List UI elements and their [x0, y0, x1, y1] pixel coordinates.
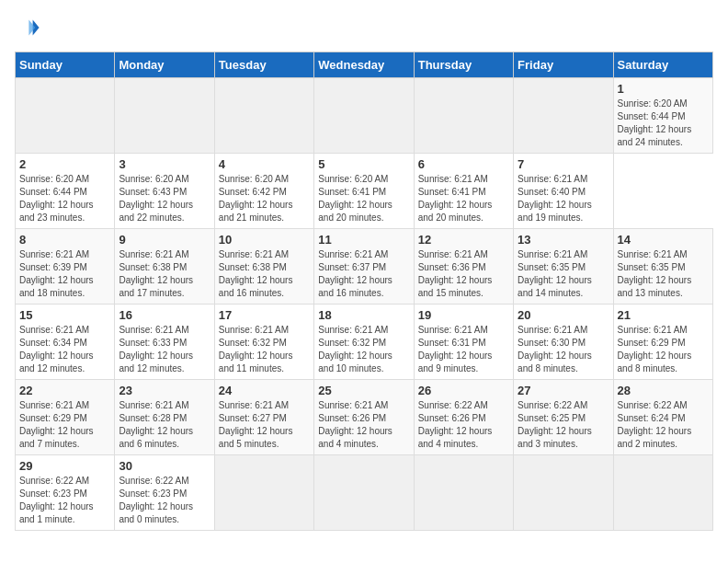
day-cell-3: 3Sunrise: 6:20 AMSunset: 6:43 PMDaylight…: [115, 154, 214, 229]
day-cell-26: 26Sunrise: 6:22 AMSunset: 6:26 PMDayligh…: [414, 380, 513, 455]
week-row-2: 8Sunrise: 6:21 AMSunset: 6:39 PMDaylight…: [16, 229, 713, 304]
day-cell-9: 9Sunrise: 6:21 AMSunset: 6:38 PMDaylight…: [115, 229, 214, 304]
empty-cell: [514, 78, 613, 154]
day-cell-12: 12Sunrise: 6:21 AMSunset: 6:36 PMDayligh…: [414, 229, 513, 304]
empty-cell: [314, 78, 414, 154]
day-cell-1: 1Sunrise: 6:20 AMSunset: 6:44 PMDaylight…: [613, 78, 712, 154]
day-cell-20: 20Sunrise: 6:21 AMSunset: 6:30 PMDayligh…: [514, 304, 613, 380]
calendar-table: SundayMondayTuesdayWednesdayThursdayFrid…: [15, 52, 713, 531]
header: [15, 15, 713, 40]
empty-cell: [314, 455, 414, 531]
day-cell-13: 13Sunrise: 6:21 AMSunset: 6:35 PMDayligh…: [514, 229, 613, 304]
header-cell-saturday: Saturday: [613, 52, 712, 78]
day-cell-23: 23Sunrise: 6:21 AMSunset: 6:28 PMDayligh…: [115, 380, 214, 455]
empty-cell: [214, 455, 313, 531]
day-cell-6: 6Sunrise: 6:21 AMSunset: 6:41 PMDaylight…: [414, 154, 513, 229]
calendar-header: SundayMondayTuesdayWednesdayThursdayFrid…: [16, 52, 713, 78]
day-cell-25: 25Sunrise: 6:21 AMSunset: 6:26 PMDayligh…: [314, 380, 414, 455]
day-cell-7: 7Sunrise: 6:21 AMSunset: 6:40 PMDaylight…: [514, 154, 613, 229]
week-row-4: 22Sunrise: 6:21 AMSunset: 6:29 PMDayligh…: [16, 380, 713, 455]
header-cell-friday: Friday: [514, 52, 613, 78]
day-cell-4: 4Sunrise: 6:20 AMSunset: 6:42 PMDaylight…: [214, 154, 313, 229]
header-cell-thursday: Thursday: [414, 52, 513, 78]
page-container: SundayMondayTuesdayWednesdayThursdayFrid…: [15, 15, 713, 531]
header-cell-wednesday: Wednesday: [314, 52, 414, 78]
header-cell-monday: Monday: [115, 52, 214, 78]
logo-icon: [15, 15, 40, 40]
day-cell-24: 24Sunrise: 6:21 AMSunset: 6:27 PMDayligh…: [214, 380, 313, 455]
day-cell-22: 22Sunrise: 6:21 AMSunset: 6:29 PMDayligh…: [16, 380, 115, 455]
day-cell-16: 16Sunrise: 6:21 AMSunset: 6:33 PMDayligh…: [115, 304, 214, 380]
empty-cell: [214, 78, 313, 154]
day-cell-28: 28Sunrise: 6:22 AMSunset: 6:24 PMDayligh…: [613, 380, 712, 455]
day-cell-10: 10Sunrise: 6:21 AMSunset: 6:38 PMDayligh…: [214, 229, 313, 304]
day-cell-2: 2Sunrise: 6:20 AMSunset: 6:44 PMDaylight…: [16, 154, 115, 229]
day-cell-8: 8Sunrise: 6:21 AMSunset: 6:39 PMDaylight…: [16, 229, 115, 304]
day-cell-18: 18Sunrise: 6:21 AMSunset: 6:32 PMDayligh…: [314, 304, 414, 380]
day-cell-14: 14Sunrise: 6:21 AMSunset: 6:35 PMDayligh…: [613, 229, 712, 304]
day-cell-17: 17Sunrise: 6:21 AMSunset: 6:32 PMDayligh…: [214, 304, 313, 380]
header-cell-sunday: Sunday: [16, 52, 115, 78]
day-cell-15: 15Sunrise: 6:21 AMSunset: 6:34 PMDayligh…: [16, 304, 115, 380]
empty-cell: [514, 455, 613, 531]
day-cell-19: 19Sunrise: 6:21 AMSunset: 6:31 PMDayligh…: [414, 304, 513, 380]
empty-cell: [414, 78, 513, 154]
header-row: SundayMondayTuesdayWednesdayThursdayFrid…: [16, 52, 713, 78]
day-cell-11: 11Sunrise: 6:21 AMSunset: 6:37 PMDayligh…: [314, 229, 414, 304]
week-row-3: 15Sunrise: 6:21 AMSunset: 6:34 PMDayligh…: [16, 304, 713, 380]
day-cell-29: 29Sunrise: 6:22 AMSunset: 6:23 PMDayligh…: [16, 455, 115, 531]
week-row-5: 29Sunrise: 6:22 AMSunset: 6:23 PMDayligh…: [16, 455, 713, 531]
header-cell-tuesday: Tuesday: [214, 52, 313, 78]
day-cell-27: 27Sunrise: 6:22 AMSunset: 6:25 PMDayligh…: [514, 380, 613, 455]
empty-cell: [115, 78, 214, 154]
day-cell-21: 21Sunrise: 6:21 AMSunset: 6:29 PMDayligh…: [613, 304, 712, 380]
calendar-body: 1Sunrise: 6:20 AMSunset: 6:44 PMDaylight…: [16, 78, 713, 531]
empty-cell: [613, 455, 712, 531]
week-row-0: 1Sunrise: 6:20 AMSunset: 6:44 PMDaylight…: [16, 78, 713, 154]
empty-cell: [414, 455, 513, 531]
day-cell-5: 5Sunrise: 6:20 AMSunset: 6:41 PMDaylight…: [314, 154, 414, 229]
empty-cell: [16, 78, 115, 154]
logo: [15, 15, 44, 40]
day-cell-30: 30Sunrise: 6:22 AMSunset: 6:23 PMDayligh…: [115, 455, 214, 531]
week-row-1: 2Sunrise: 6:20 AMSunset: 6:44 PMDaylight…: [16, 154, 713, 229]
